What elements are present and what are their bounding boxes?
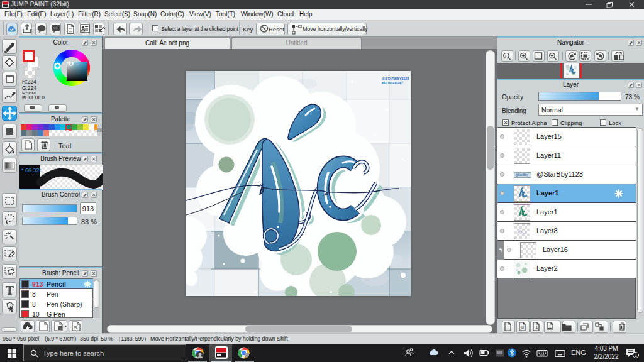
svg-text:S: S	[74, 325, 77, 331]
svg-text:1: 1	[635, 353, 637, 358]
svg-text:* 66.32r: * 66.32r	[21, 167, 42, 173]
svg-text:1: 1	[504, 54, 507, 58]
svg-text:8: 8	[521, 325, 524, 329]
svg-text:@STARBBY1123: @STARBBY1123	[382, 77, 409, 80]
svg-text:1: 1	[536, 325, 538, 329]
svg-text:#HOIDAP247: #HOIDAP247	[382, 81, 404, 85]
